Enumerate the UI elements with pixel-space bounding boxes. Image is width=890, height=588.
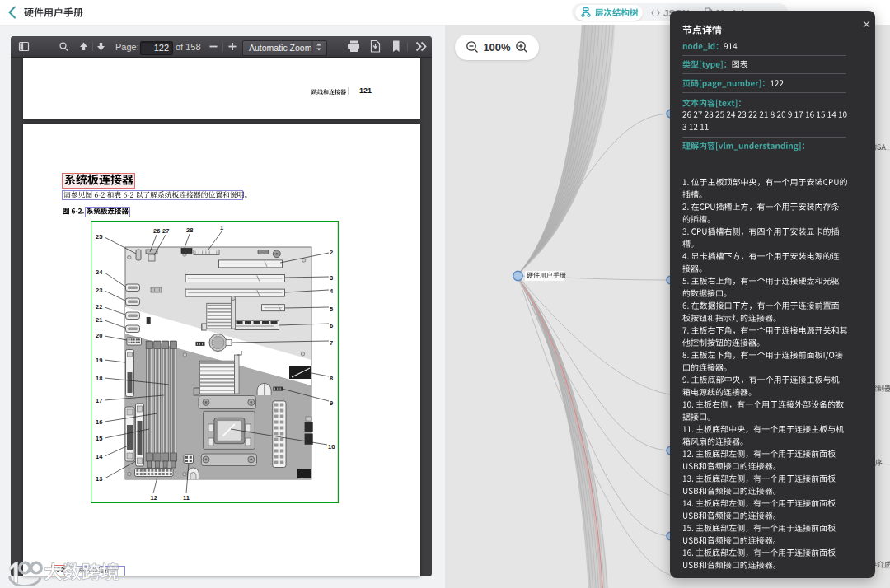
svg-text:22: 22 (96, 303, 102, 310)
svg-text:10: 10 (328, 443, 335, 450)
svg-text:8: 8 (330, 375, 333, 382)
svg-text:23: 23 (96, 287, 102, 294)
svg-text:26: 26 (153, 227, 160, 235)
svg-text:6: 6 (330, 322, 333, 329)
svg-text:21: 21 (96, 316, 102, 324)
svg-text:17: 17 (96, 397, 102, 404)
svg-text:7: 7 (330, 339, 333, 347)
svg-text:3: 3 (330, 274, 333, 282)
svg-text:18: 18 (96, 375, 102, 382)
svg-text:15: 15 (96, 435, 102, 442)
svg-text:11: 11 (183, 494, 190, 502)
svg-text:5: 5 (330, 306, 333, 313)
svg-text:14: 14 (96, 453, 103, 460)
svg-text:27: 27 (162, 227, 169, 235)
svg-text:2: 2 (330, 249, 333, 256)
svg-text:13: 13 (96, 475, 102, 483)
svg-text:24: 24 (96, 268, 103, 276)
svg-text:16: 16 (96, 418, 102, 426)
svg-text:12: 12 (151, 494, 157, 502)
svg-text:9: 9 (330, 399, 333, 407)
svg-text:28: 28 (186, 226, 193, 234)
svg-text:25: 25 (96, 233, 102, 240)
svg-text:20: 20 (96, 332, 102, 339)
svg-text:19: 19 (96, 357, 102, 364)
svg-text:1: 1 (220, 224, 223, 231)
